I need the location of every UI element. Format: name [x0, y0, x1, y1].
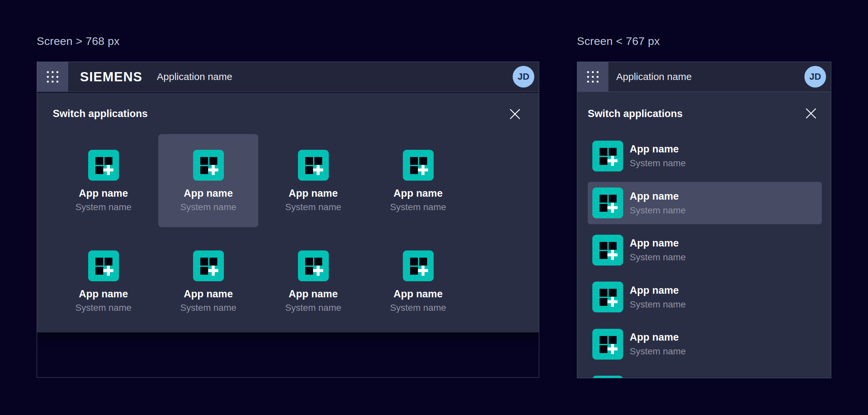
application-title: Application name [616, 71, 692, 82]
system-name: System name [630, 346, 686, 357]
app-tile-icon [298, 250, 329, 281]
close-icon [805, 107, 817, 119]
app-tile-icon [88, 250, 119, 281]
app-tile-icon [298, 150, 329, 181]
close-icon [509, 108, 521, 120]
app-tile-icon [403, 250, 434, 281]
system-name: System name [390, 302, 446, 313]
app-name: App name [630, 237, 686, 250]
system-name: System name [180, 302, 236, 313]
system-name: System name [630, 205, 686, 216]
app-name: App name [289, 187, 338, 200]
app-name: App name [79, 288, 128, 300]
app-tile[interactable]: App name System name [158, 235, 258, 328]
app-name: App name [394, 187, 443, 200]
app-list-item[interactable]: App name System name [588, 323, 822, 365]
system-name: System name [180, 201, 236, 213]
app-tile-icon [592, 376, 623, 378]
app-tile[interactable]: App name System name [263, 134, 363, 227]
app-switcher-button[interactable] [37, 62, 68, 92]
app-tile-icon [592, 140, 623, 171]
app-list-item[interactable]: App name System name [588, 182, 822, 224]
mobile-app-header: Application name JD [577, 62, 831, 92]
app-tile[interactable]: App name System name [54, 134, 153, 227]
app-name: App name [630, 143, 686, 155]
user-avatar[interactable]: JD [513, 66, 534, 88]
app-tile[interactable]: App name System name [54, 235, 153, 328]
app-tile-icon [403, 150, 434, 181]
system-name: System name [75, 201, 131, 213]
system-name: System name [285, 201, 341, 213]
system-name: System name [630, 158, 686, 169]
app-name: App name [79, 187, 128, 200]
switcher-title: Switch applications [53, 108, 148, 120]
app-tile-icon [592, 282, 623, 312]
app-name: App name [289, 288, 338, 300]
app-name: App name [184, 187, 233, 200]
desktop-app-header: SIEMENS Application name JD [37, 62, 539, 92]
desktop-breakpoint-label: Screen > 768 px [37, 35, 120, 47]
app-tile[interactable]: App name System name [368, 134, 468, 227]
app-tile-icon [592, 188, 623, 218]
user-avatar[interactable]: JD [804, 66, 826, 88]
app-list-item[interactable]: App name System name [588, 370, 822, 379]
app-list-item-text: App name System name [630, 331, 686, 357]
desktop-frame: SIEMENS Application name JD Switch appli… [37, 62, 539, 378]
app-tile-icon [88, 150, 119, 181]
mobile-frame: Application name JD Switch applications … [577, 62, 831, 378]
app-name: App name [630, 378, 686, 379]
app-tile[interactable]: App name System name [158, 134, 258, 227]
app-name: App name [630, 190, 686, 202]
app-tile[interactable]: App name System name [263, 235, 363, 328]
app-name: App name [630, 284, 686, 297]
app-switcher-overlay: Switch applications App name System name… [37, 93, 539, 332]
app-list-item[interactable]: App name System name [588, 276, 822, 318]
close-button[interactable] [805, 107, 817, 120]
app-name: App name [630, 331, 686, 344]
apps-grid-icon [47, 71, 58, 83]
app-tile-icon [193, 250, 224, 281]
mobile-breakpoint-label: Screen < 767 px [577, 35, 660, 47]
app-list-item-text: App name System name [630, 143, 686, 169]
app-name: App name [394, 288, 443, 300]
system-name: System name [390, 201, 446, 213]
system-name: System name [630, 299, 686, 310]
application-title: Application name [157, 71, 232, 82]
app-list-item-text: App name System name [630, 237, 686, 263]
app-list-item-text: App name System name [630, 284, 686, 310]
system-name: System name [75, 302, 131, 313]
app-tile-icon [193, 150, 224, 181]
switcher-title: Switch applications [588, 108, 682, 120]
close-button[interactable] [509, 108, 521, 120]
app-switcher-button[interactable] [577, 62, 609, 92]
app-name: App name [184, 288, 233, 300]
system-name: System name [630, 252, 686, 263]
app-list-item-text: App name System name [630, 378, 686, 379]
system-name: System name [285, 302, 341, 313]
app-list-item[interactable]: App name System name [588, 135, 822, 177]
app-tile-icon [592, 235, 623, 265]
app-list-item-text: App name System name [630, 190, 686, 216]
app-tile-icon [592, 329, 623, 360]
siemens-logo: SIEMENS [80, 69, 143, 84]
app-list-item[interactable]: App name System name [588, 229, 822, 271]
apps-grid-icon [587, 71, 598, 83]
app-tile[interactable]: App name System name [368, 235, 468, 328]
